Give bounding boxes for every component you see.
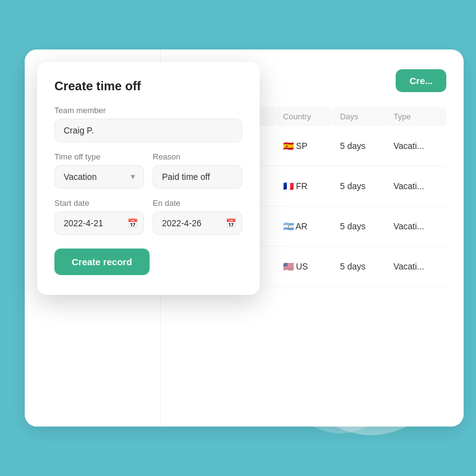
time-off-type-label: Time off type	[54, 152, 144, 161]
dates-row: Start date 📅 En date 📅	[54, 198, 242, 235]
create-record-button[interactable]: Create record	[54, 249, 150, 275]
reason-col: Reason	[153, 152, 242, 189]
team-member-group: Team member	[54, 106, 242, 142]
country-cell: 🇪🇸 SP	[276, 126, 333, 166]
flag-icon: 🇪🇸	[283, 141, 294, 151]
start-date-col: Start date 📅	[54, 198, 144, 235]
start-date-wrapper: 📅	[54, 211, 144, 235]
type-reason-row: Time off type Vacation Sick leave Other …	[54, 152, 242, 189]
days-cell: 5 days	[333, 166, 386, 206]
create-button[interactable]: Cre...	[396, 69, 446, 92]
end-date-col: En date 📅	[153, 198, 242, 235]
flag-icon: 🇫🇷	[283, 181, 294, 191]
days-cell: 5 days	[333, 247, 386, 287]
reason-label: Reason	[153, 152, 242, 161]
time-off-type-wrapper: Vacation Sick leave Other ▼	[54, 165, 144, 189]
col-country: Country	[276, 107, 333, 126]
col-days: Days	[333, 107, 386, 126]
type-cell: Vacati...	[386, 247, 446, 287]
country-cell: 🇦🇷 AR	[276, 206, 333, 247]
modal-title: Create time off	[54, 79, 242, 93]
end-date-input[interactable]	[153, 211, 242, 235]
col-type: Type	[386, 107, 446, 126]
days-cell: 5 days	[333, 126, 386, 166]
flag-icon: 🇺🇸	[283, 261, 294, 271]
type-cell: Vacati...	[386, 126, 446, 166]
end-date-label: En date	[153, 198, 242, 208]
type-cell: Vacati...	[386, 166, 446, 206]
country-cell: 🇺🇸 US	[276, 247, 333, 287]
flag-icon: 🇦🇷	[283, 221, 294, 231]
start-date-input[interactable]	[54, 211, 144, 235]
team-member-label: Team member	[54, 106, 242, 115]
time-off-type-select[interactable]: Vacation Sick leave Other	[54, 165, 144, 189]
days-cell: 5 days	[333, 206, 386, 247]
modal-card: Create time off Team member Time off typ…	[37, 62, 260, 295]
team-member-input[interactable]	[54, 119, 242, 142]
type-cell: Vacati...	[386, 206, 446, 247]
end-date-wrapper: 📅	[153, 211, 242, 235]
time-off-type-col: Time off type Vacation Sick leave Other …	[54, 152, 144, 189]
country-cell: 🇫🇷 FR	[276, 166, 333, 206]
reason-input[interactable]	[153, 165, 242, 189]
start-date-label: Start date	[54, 198, 144, 208]
